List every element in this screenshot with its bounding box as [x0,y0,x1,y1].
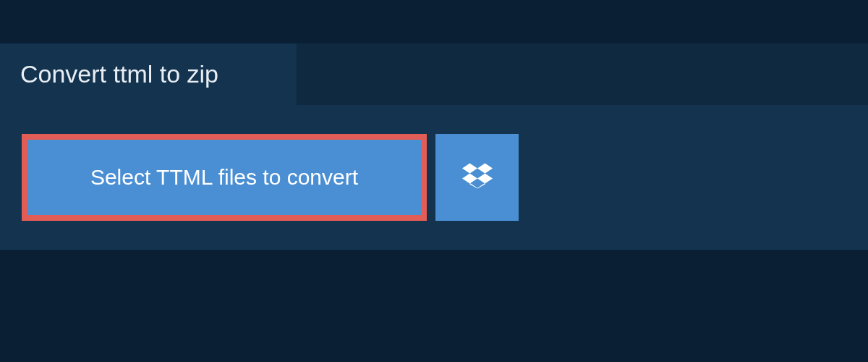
dropbox-icon [462,161,493,194]
button-row: Select TTML files to convert [22,134,846,221]
top-strip [0,0,868,43]
content-panel: Select TTML files to convert [0,105,868,250]
select-files-label: Select TTML files to convert [90,165,358,190]
select-files-button[interactable]: Select TTML files to convert [22,134,427,221]
tab-header: Convert ttml to zip [0,43,297,105]
bottom-strip [0,250,868,362]
page-title: Convert ttml to zip [20,60,218,88]
dropbox-upload-button[interactable] [435,134,519,221]
